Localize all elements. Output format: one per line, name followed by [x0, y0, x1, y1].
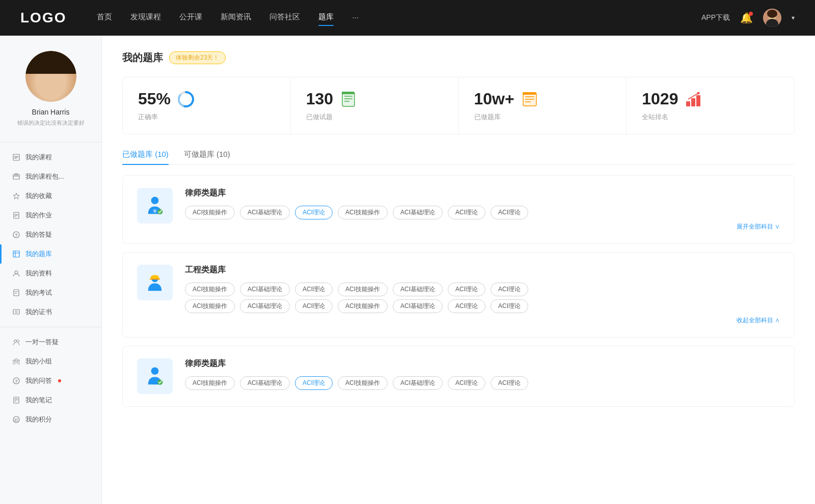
sidebar-item-notes[interactable]: 我的笔记	[0, 390, 101, 410]
main-content: 我的题库 体验剩余23天！ 55% 正确率	[102, 36, 815, 504]
sidebar-item-exam[interactable]: 我的考试	[0, 283, 101, 302]
tab-done[interactable]: 已做题库 (10)	[122, 150, 169, 164]
sidebar-item-my-qa[interactable]: ? 我的问答	[0, 371, 101, 390]
svg-point-59	[151, 197, 159, 204]
sidebar-label-profile: 我的资料	[25, 269, 52, 278]
expand-engineer[interactable]: 收起全部科目 ∧	[185, 316, 780, 325]
nav-link-discover[interactable]: 发现课程	[130, 12, 161, 24]
nav-links: 首页 发现课程 公开课 新闻资讯 问答社区 题库 ···	[97, 12, 701, 24]
sidebar-label-packages: 我的课程包...	[25, 172, 64, 181]
svg-rect-48	[342, 92, 354, 94]
tag-l1-1[interactable]: ACI技能操作	[185, 206, 235, 219]
sidebar-item-course-packages[interactable]: 我的课程包...	[0, 167, 101, 186]
banks-icon	[521, 90, 539, 108]
profile-avatar	[25, 51, 76, 102]
sidebar-item-homework[interactable]: 我的作业	[0, 206, 101, 225]
sidebar-label-points: 我的积分	[25, 415, 52, 424]
nav-link-more[interactable]: ···	[352, 13, 359, 23]
bank-icon-lawyer-2	[137, 358, 173, 394]
qa-notification-dot	[58, 379, 61, 382]
svg-point-30	[13, 360, 15, 362]
courses-icon	[12, 153, 20, 161]
tag-e-1-1[interactable]: ACI技能操作	[185, 283, 235, 296]
svg-point-31	[18, 360, 20, 362]
tag-e-2-4[interactable]: ACI技能操作	[338, 299, 388, 313]
tag-l1-7[interactable]: ACI理论	[491, 206, 528, 219]
svg-point-27	[14, 340, 17, 343]
profile-icon	[12, 269, 20, 277]
tag-l1-2[interactable]: ACI基础理论	[240, 206, 290, 219]
tag-l1-4[interactable]: ACI技能操作	[338, 206, 388, 219]
stat-top-accuracy: 55%	[138, 90, 275, 108]
questions-value: 130	[306, 90, 333, 108]
nav-link-bank[interactable]: 题库	[318, 12, 334, 24]
tag-e-1-3[interactable]: ACI理论	[295, 283, 333, 296]
tag-l2-2[interactable]: ACI基础理论	[240, 376, 290, 390]
tag-l2-5[interactable]: ACI基础理论	[393, 376, 443, 390]
sidebar-item-tutoring[interactable]: 一对一答疑	[0, 332, 101, 352]
tag-e-1-2[interactable]: ACI基础理论	[240, 283, 290, 296]
tag-e-2-3[interactable]: ACI理论	[295, 299, 333, 313]
notification-dot	[749, 12, 753, 16]
tag-e-2-1[interactable]: ACI技能操作	[185, 299, 235, 313]
expand-lawyer-1[interactable]: 展开全部科目 ∨	[185, 222, 780, 231]
tag-l1-3[interactable]: ACI理论	[295, 206, 333, 219]
nav-link-open[interactable]: 公开课	[179, 12, 202, 24]
tag-e-2-5[interactable]: ACI基础理论	[393, 299, 443, 313]
bank-icon	[12, 250, 20, 258]
sidebar-item-question-bank[interactable]: 我的题库	[0, 244, 101, 264]
stat-top-rank: 1029	[642, 90, 779, 108]
sidebar-item-group[interactable]: 我的小组	[0, 352, 101, 371]
svg-point-64	[151, 367, 159, 375]
bank-name-lawyer-1: 律师类题库	[185, 188, 780, 199]
sidebar-item-profile[interactable]: 我的资料	[0, 264, 101, 283]
sidebar-label-tutoring: 一对一答疑	[25, 338, 59, 347]
sidebar-item-questions[interactable]: ? 我的答疑	[0, 225, 101, 244]
avatar-image	[763, 9, 781, 27]
sidebar-label-questions: 我的答疑	[25, 230, 52, 239]
svg-rect-54	[523, 92, 536, 95]
svg-point-29	[15, 359, 18, 361]
nav-link-qa[interactable]: 问答社区	[269, 12, 300, 24]
tag-l2-1[interactable]: ACI技能操作	[185, 376, 235, 390]
tag-l1-5[interactable]: ACI基础理论	[393, 206, 443, 219]
tag-e-1-4[interactable]: ACI技能操作	[338, 283, 388, 296]
tag-e-1-5[interactable]: ACI基础理论	[393, 283, 443, 296]
tag-e-2-7[interactable]: ACI理论	[491, 299, 528, 313]
sidebar-item-certificate[interactable]: 我的证书	[0, 302, 101, 322]
tag-l2-6[interactable]: ACI理论	[448, 376, 485, 390]
tag-l2-7[interactable]: ACI理论	[491, 376, 528, 390]
tab-available[interactable]: 可做题库 (10)	[184, 150, 230, 164]
accuracy-value: 55%	[138, 90, 171, 108]
svg-rect-25	[13, 310, 19, 314]
nav-link-news[interactable]: 新闻资讯	[221, 12, 251, 24]
nav-link-home[interactable]: 首页	[97, 12, 112, 24]
tag-l2-4[interactable]: ACI技能操作	[338, 376, 388, 390]
bank-tags-lawyer-2: ACI技能操作 ACI基础理论 ACI理论 ACI技能操作 ACI基础理论 AC…	[185, 376, 780, 390]
notification-bell[interactable]: 🔔	[740, 12, 753, 24]
stat-questions-done: 130 已做试题	[291, 77, 459, 134]
svg-point-58	[697, 92, 700, 94]
sidebar-label-notes: 我的笔记	[25, 396, 52, 405]
tag-e-1-6[interactable]: ACI理论	[448, 283, 485, 296]
stat-top-banks: 10w+	[474, 90, 611, 108]
svg-rect-56	[691, 98, 695, 106]
tag-e-2-2[interactable]: ACI基础理论	[240, 299, 290, 313]
app-download-button[interactable]: APP下载	[701, 13, 730, 22]
sidebar-item-points[interactable]: 积 我的积分	[0, 410, 101, 429]
tag-l1-6[interactable]: ACI理论	[448, 206, 485, 219]
rank-value: 1029	[642, 90, 678, 108]
stats-row: 55% 正确率 130	[122, 77, 795, 134]
user-menu-chevron[interactable]: ▾	[792, 14, 795, 21]
tag-e-2-6[interactable]: ACI理论	[448, 299, 485, 313]
bank-content-lawyer-1: 律师类题库 ACI技能操作 ACI基础理论 ACI理论 ACI技能操作 ACI基…	[185, 188, 780, 231]
tag-e-1-7[interactable]: ACI理论	[491, 283, 528, 296]
sidebar-item-my-courses[interactable]: 我的课程	[0, 148, 101, 167]
course-packages-icon	[12, 173, 20, 181]
tag-l2-3[interactable]: ACI理论	[295, 376, 333, 390]
sidebar-item-favorites[interactable]: 我的收藏	[0, 186, 101, 206]
svg-point-26	[15, 311, 17, 313]
certificate-icon	[12, 308, 20, 316]
bank-content-lawyer-2: 律师类题库 ACI技能操作 ACI基础理论 ACI理论 ACI技能操作 ACI基…	[185, 358, 780, 393]
avatar[interactable]	[763, 9, 781, 27]
